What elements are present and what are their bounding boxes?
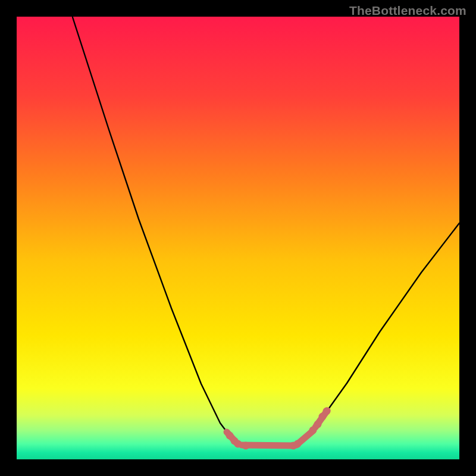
highlight-dot <box>314 421 322 428</box>
chart-frame <box>17 17 459 459</box>
highlight-dot <box>242 442 250 450</box>
bottleneck-curve <box>17 17 459 459</box>
highlight-dot <box>294 440 302 448</box>
highlight-dot <box>234 440 242 448</box>
watermark-text: TheBottleneck.com <box>349 4 466 18</box>
highlight-dot <box>323 408 331 415</box>
